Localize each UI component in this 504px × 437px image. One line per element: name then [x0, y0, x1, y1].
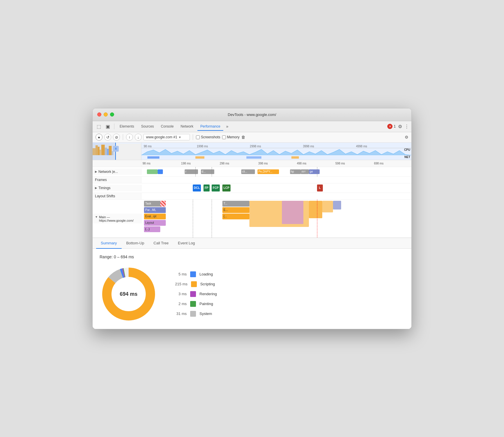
tab-performance[interactable]: Performance: [197, 123, 223, 131]
upload-button[interactable]: ↑: [126, 134, 133, 141]
tab-right-controls: ✕ 1 ⚙ ⋮: [387, 124, 409, 129]
scripting-swatch: [191, 281, 197, 287]
screenshots-checkbox[interactable]: [196, 135, 200, 139]
frames-track-row: Frames: [93, 177, 411, 183]
net-bar-m[interactable]: m=: [301, 169, 309, 174]
settings-icon[interactable]: ⚙: [398, 124, 402, 129]
svg-rect-12: [246, 156, 262, 159]
pause-icon: ⏸: [113, 146, 119, 152]
memory-label: Memory: [227, 135, 240, 139]
tick-3: 3998 ms: [303, 145, 356, 148]
scripting-label: Scripting: [200, 282, 215, 286]
download-button[interactable]: ↓: [135, 134, 142, 141]
l-marker: L: [317, 185, 323, 191]
tick-698: 698 ms: [373, 162, 411, 165]
timeline-minimap: ⏸: [93, 143, 141, 160]
range-text: Range: 0 – 694 ms: [100, 255, 404, 259]
maximize-button[interactable]: [110, 112, 114, 117]
rendering-ms: 3 ms: [175, 292, 187, 296]
tab-sources[interactable]: Sources: [138, 123, 157, 131]
ruler-row: 98 ms 198 ms 298 ms 398 ms 498 ms 598 ms…: [93, 160, 411, 167]
system-label: System: [199, 311, 212, 316]
net-mini-chart: [141, 155, 411, 160]
minimap-viewport[interactable]: [93, 143, 116, 160]
tick-198: 198 ms: [180, 162, 219, 165]
url-dropdown-icon[interactable]: ▼: [178, 136, 181, 139]
task-parml[interactable]: Par...ML: [144, 207, 165, 213]
main-dashed-2: [212, 200, 212, 237]
memory-checkbox[interactable]: [222, 135, 226, 139]
reload-record-button[interactable]: ↺: [104, 134, 111, 141]
summary-body: 694 ms 5 ms Loading 215 ms Scripting: [100, 265, 404, 323]
device-icon[interactable]: ▣: [104, 123, 112, 130]
net-bar-ge[interactable]: ge: [309, 169, 320, 174]
net-bar-2: [158, 169, 163, 174]
yellow-block-2: [309, 201, 323, 218]
tick-398: 398 ms: [257, 162, 296, 165]
tab-separator: [114, 123, 114, 129]
network-arrow: ▶: [95, 170, 97, 173]
frames-content: [141, 177, 411, 183]
tab-bottom-up[interactable]: Bottom-Up: [122, 238, 149, 249]
tab-network[interactable]: Network: [178, 123, 196, 131]
trash-icon[interactable]: 🗑: [241, 135, 245, 139]
fcp-marker: FCP: [212, 185, 220, 191]
tab-summary[interactable]: Summary: [96, 238, 122, 249]
cursor-icon[interactable]: ⬚: [95, 123, 103, 130]
tab-console[interactable]: Console: [158, 123, 177, 131]
task-stripe: [160, 201, 166, 207]
tab-event-log[interactable]: Event Log: [173, 238, 200, 249]
legend-system: 31 ms System: [175, 311, 217, 317]
legend-painting: 2 ms Painting: [175, 301, 217, 307]
error-count: 1: [394, 124, 396, 128]
net-bar-cli[interactable]: cli...: [241, 169, 255, 174]
more-tabs-button[interactable]: »: [224, 123, 230, 130]
task-evalipt[interactable]: Eval...ipt: [144, 214, 165, 219]
bottom-tab-bar: Summary Bottom-Up Call Tree Event Log: [93, 238, 411, 249]
close-button[interactable]: [97, 112, 101, 117]
toolbar-separator-1: [123, 134, 123, 140]
tab-elements[interactable]: Elements: [117, 123, 137, 131]
task-t[interactable]: T...: [222, 201, 249, 207]
frames-label-text: Frames: [95, 178, 107, 182]
timings-label: ▶ Timings: [93, 185, 141, 191]
svg-marker-9: [141, 149, 411, 155]
net-bar-hp[interactable]: hp: [290, 169, 301, 174]
tick-0: 98 ms: [144, 145, 197, 148]
donut-chart: 694 ms: [100, 265, 158, 323]
memory-group: Memory: [222, 135, 240, 139]
url-text: www.google.com #1: [146, 135, 177, 139]
network-track-row: ▶ Network |e... r d... cli... Pe,DhPY...…: [93, 167, 411, 177]
net-bar-d[interactable]: d...: [201, 169, 215, 174]
task-paren[interactable]: (...: [222, 214, 249, 219]
legend: 5 ms Loading 215 ms Scripting 3 ms Rende…: [175, 271, 217, 317]
timings-arrow: ▶: [95, 186, 97, 189]
record-button[interactable]: ●: [96, 134, 102, 141]
donut-center-label: 694 ms: [120, 291, 137, 297]
perf-settings-icon[interactable]: ⚙: [405, 135, 408, 139]
tick-4: 4998 ms: [356, 145, 409, 148]
screenshots-label: Screenshots: [201, 135, 220, 139]
network-label: ▶ Network |e...: [93, 169, 141, 175]
net-bar-pe[interactable]: Pe,DhPY...: [258, 169, 279, 174]
task-layout[interactable]: Layout: [144, 220, 165, 226]
minimize-button[interactable]: [104, 112, 108, 117]
legend-loading: 5 ms Loading: [175, 271, 217, 277]
layout-shifts-text: Layout Shifts: [95, 194, 115, 198]
timeline-ruler-top: 98 ms 1998 ms 2998 ms 3998 ms 4998 ms: [141, 143, 411, 160]
task-sub: (...): [144, 226, 160, 232]
rendering-swatch: [190, 291, 196, 297]
frames-label: Frames: [93, 177, 141, 183]
net-bar-r[interactable]: r: [185, 169, 198, 174]
system-ms: 31 ms: [175, 311, 187, 316]
ruler-ticks-main: 98 ms 198 ms 298 ms 398 ms 498 ms 598 ms…: [141, 160, 411, 167]
traffic-lights: [97, 112, 114, 117]
clear-button[interactable]: ⊘: [113, 134, 120, 141]
main-arrow: ▼: [95, 215, 98, 218]
devtools-tab-bar: ⬚ ▣ Elements Sources Console Network Per…: [93, 121, 411, 132]
painting-swatch: [190, 301, 196, 307]
task-e[interactable]: E...: [222, 207, 249, 213]
more-options-icon[interactable]: ⋮: [404, 124, 409, 129]
tab-call-tree[interactable]: Call Tree: [149, 238, 173, 249]
net-label: NET: [404, 155, 410, 159]
